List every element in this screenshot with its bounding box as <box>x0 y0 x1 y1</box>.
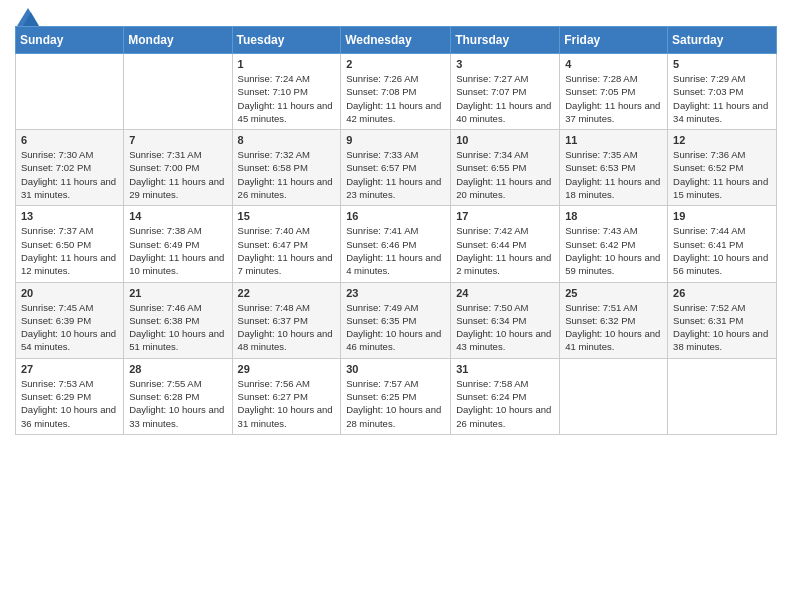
day-info: Sunrise: 7:51 AM Sunset: 6:32 PM Dayligh… <box>565 301 662 354</box>
day-info: Sunrise: 7:31 AM Sunset: 7:00 PM Dayligh… <box>129 148 226 201</box>
day-number: 5 <box>673 58 771 70</box>
day-number: 8 <box>238 134 336 146</box>
calendar-cell: 1Sunrise: 7:24 AM Sunset: 7:10 PM Daylig… <box>232 54 341 130</box>
day-number: 12 <box>673 134 771 146</box>
day-info: Sunrise: 7:55 AM Sunset: 6:28 PM Dayligh… <box>129 377 226 430</box>
day-info: Sunrise: 7:53 AM Sunset: 6:29 PM Dayligh… <box>21 377 118 430</box>
calendar-cell: 4Sunrise: 7:28 AM Sunset: 7:05 PM Daylig… <box>560 54 668 130</box>
day-info: Sunrise: 7:37 AM Sunset: 6:50 PM Dayligh… <box>21 224 118 277</box>
calendar-cell: 3Sunrise: 7:27 AM Sunset: 7:07 PM Daylig… <box>451 54 560 130</box>
calendar-cell: 31Sunrise: 7:58 AM Sunset: 6:24 PM Dayli… <box>451 358 560 434</box>
calendar-cell: 5Sunrise: 7:29 AM Sunset: 7:03 PM Daylig… <box>668 54 777 130</box>
day-number: 3 <box>456 58 554 70</box>
day-number: 10 <box>456 134 554 146</box>
calendar-week-row: 1Sunrise: 7:24 AM Sunset: 7:10 PM Daylig… <box>16 54 777 130</box>
calendar-cell: 21Sunrise: 7:46 AM Sunset: 6:38 PM Dayli… <box>124 282 232 358</box>
day-of-week-header: Tuesday <box>232 27 341 54</box>
day-number: 16 <box>346 210 445 222</box>
calendar-cell: 27Sunrise: 7:53 AM Sunset: 6:29 PM Dayli… <box>16 358 124 434</box>
calendar-header-row: SundayMondayTuesdayWednesdayThursdayFrid… <box>16 27 777 54</box>
day-of-week-header: Sunday <box>16 27 124 54</box>
day-info: Sunrise: 7:26 AM Sunset: 7:08 PM Dayligh… <box>346 72 445 125</box>
day-info: Sunrise: 7:46 AM Sunset: 6:38 PM Dayligh… <box>129 301 226 354</box>
day-number: 18 <box>565 210 662 222</box>
day-info: Sunrise: 7:57 AM Sunset: 6:25 PM Dayligh… <box>346 377 445 430</box>
calendar-cell <box>124 54 232 130</box>
day-info: Sunrise: 7:30 AM Sunset: 7:02 PM Dayligh… <box>21 148 118 201</box>
calendar-cell: 2Sunrise: 7:26 AM Sunset: 7:08 PM Daylig… <box>341 54 451 130</box>
day-number: 19 <box>673 210 771 222</box>
day-number: 14 <box>129 210 226 222</box>
day-number: 9 <box>346 134 445 146</box>
day-of-week-header: Saturday <box>668 27 777 54</box>
calendar-cell: 29Sunrise: 7:56 AM Sunset: 6:27 PM Dayli… <box>232 358 341 434</box>
calendar-cell: 8Sunrise: 7:32 AM Sunset: 6:58 PM Daylig… <box>232 130 341 206</box>
day-number: 31 <box>456 363 554 375</box>
day-number: 24 <box>456 287 554 299</box>
calendar-week-row: 6Sunrise: 7:30 AM Sunset: 7:02 PM Daylig… <box>16 130 777 206</box>
calendar-cell: 19Sunrise: 7:44 AM Sunset: 6:41 PM Dayli… <box>668 206 777 282</box>
calendar-cell: 30Sunrise: 7:57 AM Sunset: 6:25 PM Dayli… <box>341 358 451 434</box>
calendar-cell: 26Sunrise: 7:52 AM Sunset: 6:31 PM Dayli… <box>668 282 777 358</box>
day-info: Sunrise: 7:38 AM Sunset: 6:49 PM Dayligh… <box>129 224 226 277</box>
calendar-cell: 9Sunrise: 7:33 AM Sunset: 6:57 PM Daylig… <box>341 130 451 206</box>
day-number: 1 <box>238 58 336 70</box>
day-of-week-header: Monday <box>124 27 232 54</box>
day-number: 30 <box>346 363 445 375</box>
calendar-cell <box>668 358 777 434</box>
day-number: 7 <box>129 134 226 146</box>
day-info: Sunrise: 7:58 AM Sunset: 6:24 PM Dayligh… <box>456 377 554 430</box>
day-number: 17 <box>456 210 554 222</box>
day-number: 13 <box>21 210 118 222</box>
day-info: Sunrise: 7:56 AM Sunset: 6:27 PM Dayligh… <box>238 377 336 430</box>
calendar-week-row: 27Sunrise: 7:53 AM Sunset: 6:29 PM Dayli… <box>16 358 777 434</box>
day-info: Sunrise: 7:35 AM Sunset: 6:53 PM Dayligh… <box>565 148 662 201</box>
day-info: Sunrise: 7:36 AM Sunset: 6:52 PM Dayligh… <box>673 148 771 201</box>
calendar: SundayMondayTuesdayWednesdayThursdayFrid… <box>15 26 777 435</box>
day-number: 28 <box>129 363 226 375</box>
calendar-week-row: 20Sunrise: 7:45 AM Sunset: 6:39 PM Dayli… <box>16 282 777 358</box>
day-info: Sunrise: 7:27 AM Sunset: 7:07 PM Dayligh… <box>456 72 554 125</box>
calendar-cell: 28Sunrise: 7:55 AM Sunset: 6:28 PM Dayli… <box>124 358 232 434</box>
calendar-cell: 23Sunrise: 7:49 AM Sunset: 6:35 PM Dayli… <box>341 282 451 358</box>
day-info: Sunrise: 7:42 AM Sunset: 6:44 PM Dayligh… <box>456 224 554 277</box>
page: SundayMondayTuesdayWednesdayThursdayFrid… <box>0 0 792 612</box>
calendar-cell: 10Sunrise: 7:34 AM Sunset: 6:55 PM Dayli… <box>451 130 560 206</box>
calendar-cell: 25Sunrise: 7:51 AM Sunset: 6:32 PM Dayli… <box>560 282 668 358</box>
day-number: 20 <box>21 287 118 299</box>
day-of-week-header: Wednesday <box>341 27 451 54</box>
day-number: 23 <box>346 287 445 299</box>
day-info: Sunrise: 7:24 AM Sunset: 7:10 PM Dayligh… <box>238 72 336 125</box>
day-info: Sunrise: 7:29 AM Sunset: 7:03 PM Dayligh… <box>673 72 771 125</box>
day-number: 6 <box>21 134 118 146</box>
day-info: Sunrise: 7:33 AM Sunset: 6:57 PM Dayligh… <box>346 148 445 201</box>
calendar-cell: 24Sunrise: 7:50 AM Sunset: 6:34 PM Dayli… <box>451 282 560 358</box>
calendar-cell: 11Sunrise: 7:35 AM Sunset: 6:53 PM Dayli… <box>560 130 668 206</box>
calendar-cell: 6Sunrise: 7:30 AM Sunset: 7:02 PM Daylig… <box>16 130 124 206</box>
calendar-cell: 13Sunrise: 7:37 AM Sunset: 6:50 PM Dayli… <box>16 206 124 282</box>
header <box>15 10 777 22</box>
day-number: 15 <box>238 210 336 222</box>
day-number: 11 <box>565 134 662 146</box>
day-number: 4 <box>565 58 662 70</box>
day-info: Sunrise: 7:52 AM Sunset: 6:31 PM Dayligh… <box>673 301 771 354</box>
logo-icon <box>17 8 39 26</box>
day-number: 25 <box>565 287 662 299</box>
logo <box>15 10 39 22</box>
calendar-week-row: 13Sunrise: 7:37 AM Sunset: 6:50 PM Dayli… <box>16 206 777 282</box>
day-number: 29 <box>238 363 336 375</box>
day-info: Sunrise: 7:44 AM Sunset: 6:41 PM Dayligh… <box>673 224 771 277</box>
day-number: 2 <box>346 58 445 70</box>
calendar-cell: 17Sunrise: 7:42 AM Sunset: 6:44 PM Dayli… <box>451 206 560 282</box>
day-info: Sunrise: 7:41 AM Sunset: 6:46 PM Dayligh… <box>346 224 445 277</box>
calendar-cell: 22Sunrise: 7:48 AM Sunset: 6:37 PM Dayli… <box>232 282 341 358</box>
day-of-week-header: Friday <box>560 27 668 54</box>
day-number: 22 <box>238 287 336 299</box>
calendar-cell: 20Sunrise: 7:45 AM Sunset: 6:39 PM Dayli… <box>16 282 124 358</box>
day-number: 26 <box>673 287 771 299</box>
day-info: Sunrise: 7:50 AM Sunset: 6:34 PM Dayligh… <box>456 301 554 354</box>
calendar-cell: 14Sunrise: 7:38 AM Sunset: 6:49 PM Dayli… <box>124 206 232 282</box>
day-info: Sunrise: 7:32 AM Sunset: 6:58 PM Dayligh… <box>238 148 336 201</box>
calendar-cell: 7Sunrise: 7:31 AM Sunset: 7:00 PM Daylig… <box>124 130 232 206</box>
day-info: Sunrise: 7:43 AM Sunset: 6:42 PM Dayligh… <box>565 224 662 277</box>
